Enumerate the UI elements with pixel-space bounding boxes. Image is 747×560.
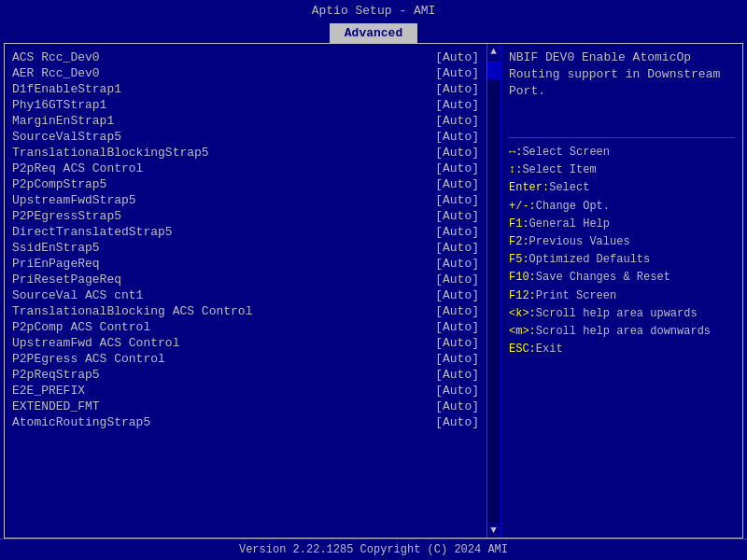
setting-name: TranslationalBlocking ACS Control — [12, 304, 252, 318]
app: Aptio Setup - AMI Advanced ACS Rcc_Dev0[… — [0, 0, 747, 560]
setting-row[interactable]: TranslationalBlockingStrap5[Auto] — [12, 145, 479, 161]
setting-value: [Auto] — [435, 50, 479, 64]
setting-value: [Auto] — [435, 384, 479, 398]
setting-row[interactable]: UpstreamFwd ACS Control[Auto] — [12, 335, 479, 351]
setting-row[interactable]: ACS Rcc_Dev0[Auto] — [12, 49, 479, 65]
key-help-line: <k>: Scroll help area upwards — [509, 305, 735, 323]
setting-row[interactable]: SsidEnStrap5[Auto] — [12, 240, 479, 256]
footer-bar: Version 2.22.1285 Copyright (C) 2024 AMI — [0, 539, 747, 560]
scroll-down-arrow[interactable]: ▼ — [487, 523, 500, 538]
footer-text: Version 2.22.1285 Copyright (C) 2024 AMI — [239, 543, 508, 556]
settings-panel: ACS Rcc_Dev0[Auto]AER Rcc_Dev0[Auto]D1fE… — [5, 44, 486, 538]
setting-value: [Auto] — [435, 304, 479, 318]
key-shortcut: F10: — [509, 269, 536, 287]
setting-value: [Auto] — [435, 66, 479, 80]
key-description: Select Screen — [522, 144, 610, 161]
setting-name: ACS Rcc_Dev0 — [12, 50, 100, 64]
setting-row[interactable]: AER Rcc_Dev0[Auto] — [12, 65, 479, 81]
setting-name: P2PEgress ACS Control — [12, 352, 165, 366]
key-description: Optimized Defaults — [529, 251, 651, 269]
key-shortcut: Enter: — [509, 179, 549, 197]
setting-value: [Auto] — [435, 98, 479, 112]
setting-name: SourceVal ACS cnt1 — [12, 288, 143, 302]
setting-name: MarginEnStrap1 — [12, 114, 114, 128]
key-help-section: ↔: Select Screen↕: Select ItemEnter: Sel… — [509, 144, 735, 358]
tab-bar: Advanced — [0, 21, 747, 43]
setting-name: DirectTranslatedStrap5 — [12, 225, 173, 239]
setting-name: UpstreamFwdStrap5 — [12, 193, 136, 207]
setting-value: [Auto] — [435, 368, 479, 382]
key-shortcut: <k>: — [509, 305, 536, 323]
setting-row[interactable]: Phy16GTStrap1[Auto] — [12, 97, 479, 113]
setting-value: [Auto] — [435, 146, 479, 160]
key-help-line: ↕: Select Item — [509, 161, 735, 179]
title-bar: Aptio Setup - AMI — [0, 0, 747, 21]
setting-name: P2pReq ACS Control — [12, 161, 143, 175]
key-description: Exit — [536, 341, 563, 358]
setting-name: P2pCompStrap5 — [12, 177, 106, 191]
key-help-line: F1: General Help — [509, 216, 735, 233]
setting-name: AtomicRoutingStrap5 — [12, 415, 150, 429]
setting-row[interactable]: DirectTranslatedStrap5[Auto] — [12, 224, 479, 240]
key-help-line: Enter: Select — [509, 179, 735, 197]
key-shortcut: F1: — [509, 216, 529, 233]
key-help-line: F10: Save Changes & Reset — [509, 269, 735, 287]
setting-value: [Auto] — [435, 161, 479, 175]
setting-row[interactable]: P2pReq ACS Control[Auto] — [12, 161, 479, 176]
setting-name: P2pReqStrap5 — [12, 368, 100, 382]
key-description: Select Item — [522, 161, 596, 179]
setting-name: UpstreamFwd ACS Control — [12, 336, 179, 350]
key-shortcut: F2: — [509, 233, 529, 251]
setting-name: PriEnPageReq — [12, 257, 100, 271]
help-text: NBIF DEV0 Enable AtomicOp Routing suppor… — [509, 49, 735, 124]
scrollbar[interactable]: ▲ ▼ — [486, 44, 500, 538]
key-description: Scroll help area upwards — [536, 305, 698, 323]
setting-row[interactable]: MarginEnStrap1[Auto] — [12, 113, 479, 129]
key-shortcut: ESC: — [509, 341, 536, 358]
key-help-line: +/-: Change Opt. — [509, 198, 735, 216]
setting-value: [Auto] — [435, 209, 479, 223]
setting-row[interactable]: UpstreamFwdStrap5[Auto] — [12, 192, 479, 208]
setting-row[interactable]: P2pCompStrap5[Auto] — [12, 176, 479, 192]
setting-value: [Auto] — [435, 177, 479, 191]
setting-row[interactable]: E2E_PREFIX[Auto] — [12, 383, 479, 399]
key-help-line: ESC: Exit — [509, 341, 735, 358]
key-description: Previous Values — [529, 233, 630, 251]
setting-row[interactable]: EXTENDED_FMT[Auto] — [12, 399, 479, 414]
key-help-line: <m>: Scroll help area downwards — [509, 323, 735, 341]
setting-row[interactable]: SourceVal ACS cnt1[Auto] — [12, 287, 479, 303]
setting-row[interactable]: SourceValStrap5[Auto] — [12, 129, 479, 145]
setting-name: EXTENDED_FMT — [12, 399, 100, 413]
setting-value: [Auto] — [435, 130, 479, 144]
key-description: Change Opt. — [536, 198, 610, 216]
setting-row[interactable]: PriResetPageReq[Auto] — [12, 272, 479, 287]
setting-name: SourceValStrap5 — [12, 130, 121, 144]
help-panel: NBIF DEV0 Enable AtomicOp Routing suppor… — [500, 44, 742, 538]
scroll-up-arrow[interactable]: ▲ — [487, 44, 500, 59]
setting-row[interactable]: AtomicRoutingStrap5[Auto] — [12, 414, 479, 430]
setting-value: [Auto] — [435, 225, 479, 239]
key-shortcut: +/-: — [509, 198, 536, 216]
setting-value: [Auto] — [435, 352, 479, 366]
key-help-line: F12: Print Screen — [509, 287, 735, 305]
setting-name: Phy16GTStrap1 — [12, 98, 106, 112]
setting-name: E2E_PREFIX — [12, 384, 85, 398]
setting-row[interactable]: P2PEgress ACS Control[Auto] — [12, 351, 479, 367]
setting-value: [Auto] — [435, 82, 479, 96]
setting-row[interactable]: P2pComp ACS Control[Auto] — [12, 319, 479, 335]
scroll-thumb — [487, 61, 500, 79]
key-description: General Help — [529, 216, 610, 233]
setting-name: SsidEnStrap5 — [12, 241, 100, 255]
key-shortcut: ↕: — [509, 161, 522, 179]
setting-value: [Auto] — [435, 193, 479, 207]
setting-name: D1fEnableStrap1 — [12, 82, 121, 96]
setting-row[interactable]: D1fEnableStrap1[Auto] — [12, 81, 479, 97]
setting-row[interactable]: PriEnPageReq[Auto] — [12, 256, 479, 272]
setting-row[interactable]: P2pReqStrap5[Auto] — [12, 367, 479, 383]
key-description: Save Changes & Reset — [536, 269, 670, 287]
tab-advanced[interactable]: Advanced — [330, 23, 417, 43]
setting-value: [Auto] — [435, 114, 479, 128]
setting-row[interactable]: P2PEgressStrap5[Auto] — [12, 208, 479, 224]
setting-row[interactable]: TranslationalBlocking ACS Control[Auto] — [12, 303, 479, 319]
key-description: Select — [549, 179, 589, 197]
